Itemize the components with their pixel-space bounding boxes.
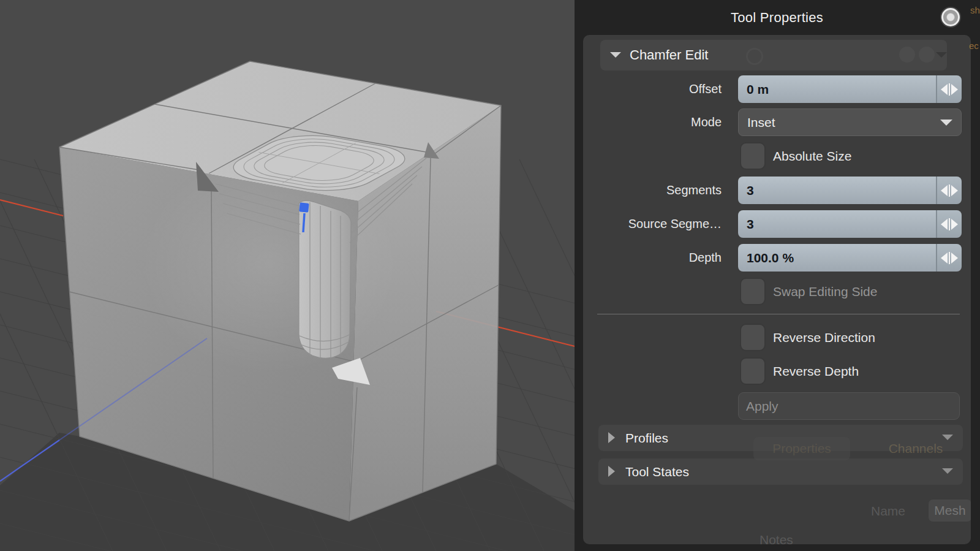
source-segments-label: Source Segme…: [583, 210, 730, 238]
section-profiles[interactable]: Profiles: [598, 425, 963, 451]
absolute-size-label: Absolute Size: [773, 142, 851, 170]
ghost-caret-icon: [936, 52, 947, 58]
row-swap-editing-side: Swap Editing Side: [583, 278, 971, 305]
3d-viewport[interactable]: [0, 0, 588, 551]
section-tool-states[interactable]: Tool States: [598, 458, 963, 485]
offset-value: 0 m: [747, 75, 769, 103]
spinner-bar-icon: [949, 184, 950, 197]
spinner-right-icon: [951, 84, 958, 95]
section-label: Chamfer Edit: [630, 40, 708, 70]
chamfer-corner-column: [299, 200, 351, 358]
reverse-depth-checkbox[interactable]: [740, 357, 766, 385]
ghost-icon: [919, 47, 935, 63]
panel-options-icon[interactable]: [941, 8, 960, 26]
apply-button[interactable]: Apply: [738, 392, 960, 420]
depth-label: Depth: [583, 244, 730, 272]
spinner-right-icon: [951, 253, 958, 264]
spinner-bar-icon: [949, 218, 950, 230]
row-offset: Offset 0 m: [583, 75, 971, 103]
ghost-eye-icon: [746, 48, 763, 65]
ghost-icon: [899, 47, 915, 63]
row-segments: Segments 3: [583, 177, 971, 204]
spinner-bar-icon: [949, 83, 950, 96]
reverse-depth-label: Reverse Depth: [773, 357, 859, 385]
segments-spinner[interactable]: [936, 177, 962, 204]
row-absolute-size: Absolute Size: [583, 142, 971, 170]
spinner-bar-icon: [949, 252, 950, 264]
source-segments-value: 3: [747, 210, 754, 238]
source-segments-field[interactable]: 3: [738, 210, 962, 238]
segments-value: 3: [747, 177, 754, 204]
reverse-direction-checkbox[interactable]: [740, 324, 766, 351]
ghost-mesh-button: Mesh: [929, 500, 971, 522]
mode-dropdown[interactable]: Inset: [738, 108, 962, 136]
spinner-right-icon: [951, 219, 958, 230]
spinner-right-icon: [951, 185, 958, 196]
row-reverse-direction: Reverse Direction: [583, 324, 971, 351]
panel-titlebar[interactable]: Tool Properties: [575, 0, 980, 35]
mode-label: Mode: [583, 108, 730, 136]
divider: [597, 314, 960, 314]
row-mode: Mode Inset: [583, 108, 971, 136]
row-source-segments: Source Segme… 3: [583, 210, 971, 238]
tool-properties-panel: Tool Properties Chamfer Edit Offset 0 m: [575, 0, 980, 551]
ghost-fragment-mid: ec: [969, 40, 979, 51]
row-depth: Depth 100.0 %: [583, 244, 971, 272]
chevron-down-icon: [942, 435, 953, 440]
reverse-direction-label: Reverse Direction: [773, 324, 875, 351]
chevron-right-icon: [608, 432, 615, 443]
ghost-fragment-top: sh: [970, 5, 980, 15]
ghost-notes-label: Notes: [760, 533, 793, 544]
offset-label: Offset: [583, 75, 730, 103]
offset-field[interactable]: 0 m: [738, 75, 962, 103]
row-reverse-depth: Reverse Depth: [583, 357, 971, 385]
spinner-left-icon: [941, 185, 948, 196]
absolute-size-checkbox[interactable]: [740, 142, 766, 170]
swap-editing-side-label: Swap Editing Side: [773, 278, 877, 305]
source-segments-spinner[interactable]: [936, 210, 962, 238]
chevron-right-icon: [608, 466, 615, 477]
spinner-left-icon: [941, 84, 948, 95]
segments-label: Segments: [583, 177, 730, 204]
offset-spinner[interactable]: [936, 75, 962, 103]
ghost-name-label: Name: [871, 504, 905, 519]
chevron-down-icon: [610, 52, 621, 58]
panel-body: Chamfer Edit Offset 0 m Mode Inset: [583, 35, 971, 544]
mode-value: Inset: [747, 109, 775, 135]
panel-title: Tool Properties: [583, 0, 971, 35]
swap-editing-side-checkbox[interactable]: [740, 278, 766, 305]
spinner-left-icon: [941, 219, 948, 230]
chevron-down-icon: [942, 468, 953, 474]
section-chamfer-edit[interactable]: Chamfer Edit: [600, 40, 947, 70]
depth-field[interactable]: 100.0 %: [738, 244, 962, 272]
segments-field[interactable]: 3: [738, 177, 962, 204]
depth-spinner[interactable]: [936, 244, 962, 272]
profiles-label: Profiles: [625, 425, 668, 451]
depth-value: 100.0 %: [747, 244, 794, 272]
dropdown-caret-icon: [940, 120, 952, 126]
spinner-left-icon: [941, 253, 948, 264]
tool-states-label: Tool States: [625, 458, 689, 485]
